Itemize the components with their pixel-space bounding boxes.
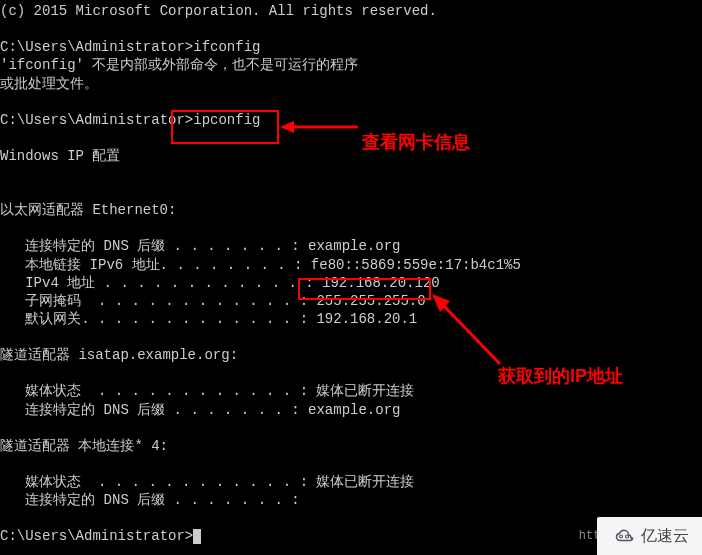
- label: 默认网关. . . . . . . . . . . . . :: [0, 311, 316, 327]
- copyright-line: (c) 2015 Microsoft Corporation. All righ…: [0, 2, 702, 20]
- tunnel-isatap: 隧道适配器 isatap.example.org:: [0, 346, 702, 364]
- terminal-output[interactable]: (c) 2015 Microsoft Corporation. All righ…: [0, 0, 702, 548]
- cursor-icon: [193, 529, 201, 544]
- value: example.org: [308, 238, 400, 254]
- default-gateway: 默认网关. . . . . . . . . . . . . : 192.168.…: [0, 310, 702, 328]
- subnet-mask: 子网掩码 . . . . . . . . . . . . : 255.255.2…: [0, 292, 702, 310]
- label: 本地链接 IPv6 地址. . . . . . . . :: [0, 257, 311, 273]
- value: 255.255.255.0: [316, 293, 425, 309]
- adapter-ethernet: 以太网适配器 Ethernet0:: [0, 201, 702, 219]
- value: fe80::5869:559e:17:b4c1%5: [311, 257, 521, 273]
- value: example.org: [308, 402, 400, 418]
- prompt: C:\Users\Administrator>: [0, 528, 193, 544]
- label: 连接特定的 DNS 后缀 . . . . . . . :: [0, 402, 308, 418]
- brand-name: 亿速云: [641, 526, 689, 547]
- ipv6-address: 本地链接 IPv6 地址. . . . . . . . : fe80::5869…: [0, 256, 702, 274]
- annotation-view-netcard: 查看网卡信息: [362, 131, 470, 154]
- cloud-icon: [611, 523, 637, 549]
- dns-suffix-2: 连接特定的 DNS 后缀 . . . . . . . : example.org: [0, 401, 702, 419]
- ipv4-address: IPv4 地址 . . . . . . . . . . . . : 192.16…: [0, 274, 702, 292]
- value: 192.168.20.1: [316, 311, 417, 327]
- command: ipconfig: [193, 112, 260, 128]
- error-line2: 或批处理文件。: [0, 75, 702, 93]
- svg-point-5: [625, 535, 628, 538]
- value: 媒体已断开连接: [316, 474, 414, 490]
- label: 媒体状态 . . . . . . . . . . . . :: [0, 474, 316, 490]
- label: IPv4 地址 . . . . . . . . . . . . :: [0, 275, 322, 291]
- prompt: C:\Users\Administrator>: [0, 39, 193, 55]
- label: 连接特定的 DNS 后缀 . . . . . . . :: [0, 238, 308, 254]
- value: 媒体已断开连接: [316, 383, 414, 399]
- label: 媒体状态 . . . . . . . . . . . . :: [0, 383, 316, 399]
- prompt: C:\Users\Administrator>: [0, 112, 193, 128]
- annotation-obtained-ip: 获取到的IP地址: [498, 365, 623, 388]
- label: 连接特定的 DNS 后缀 . . . . . . . :: [0, 492, 308, 508]
- ipconfig-header: Windows IP 配置: [0, 147, 702, 165]
- svg-point-4: [619, 535, 622, 538]
- value: 192.168.20.120: [322, 275, 440, 291]
- brand-logo-overlay: 亿速云: [597, 517, 702, 555]
- error-line1: 'ifconfig' 不是内部或外部命令，也不是可运行的程序: [0, 56, 702, 74]
- prompt-ifconfig: C:\Users\Administrator>ifconfig: [0, 38, 702, 56]
- media-state-2: 媒体状态 . . . . . . . . . . . . : 媒体已断开连接: [0, 473, 702, 491]
- label: 子网掩码 . . . . . . . . . . . . :: [0, 293, 316, 309]
- dns-suffix: 连接特定的 DNS 后缀 . . . . . . . : example.org: [0, 237, 702, 255]
- command: ifconfig: [193, 39, 260, 55]
- dns-suffix-3: 连接特定的 DNS 后缀 . . . . . . . :: [0, 491, 702, 509]
- prompt-ipconfig: C:\Users\Administrator>ipconfig: [0, 111, 702, 129]
- tunnel-local: 隧道适配器 本地连接* 4:: [0, 437, 702, 455]
